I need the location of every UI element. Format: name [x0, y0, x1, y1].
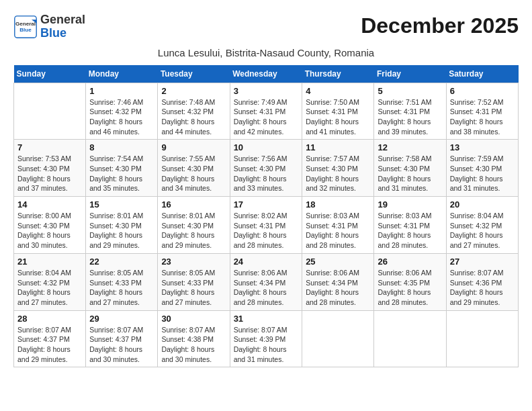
calendar-header-row: SundayMondayTuesdayWednesdayThursdayFrid… [14, 65, 519, 83]
day-info: Sunrise: 8:07 AM Sunset: 4:37 PM Dayligh… [17, 325, 82, 365]
calendar-cell: 2Sunrise: 7:48 AM Sunset: 4:32 PM Daylig… [158, 83, 230, 140]
day-number: 16 [161, 199, 226, 210]
weekday-header: Saturday [446, 65, 518, 83]
calendar-cell: 11Sunrise: 7:57 AM Sunset: 4:30 PM Dayli… [302, 140, 374, 197]
calendar-cell: 4Sunrise: 7:50 AM Sunset: 4:31 PM Daylig… [302, 83, 374, 140]
calendar-cell: 9Sunrise: 7:55 AM Sunset: 4:30 PM Daylig… [158, 140, 230, 197]
day-info: Sunrise: 7:46 AM Sunset: 4:32 PM Dayligh… [89, 97, 154, 137]
calendar-cell [374, 310, 446, 367]
calendar-cell: 21Sunrise: 8:04 AM Sunset: 4:32 PM Dayli… [14, 253, 86, 310]
calendar-cell: 27Sunrise: 8:07 AM Sunset: 4:36 PM Dayli… [446, 253, 518, 310]
day-info: Sunrise: 7:57 AM Sunset: 4:30 PM Dayligh… [306, 154, 370, 193]
day-number: 29 [89, 314, 154, 324]
calendar-cell: 26Sunrise: 8:06 AM Sunset: 4:35 PM Dayli… [374, 253, 446, 310]
calendar-cell: 28Sunrise: 8:07 AM Sunset: 4:37 PM Dayli… [14, 310, 86, 367]
day-number: 9 [161, 142, 226, 152]
calendar-cell: 12Sunrise: 7:58 AM Sunset: 4:30 PM Dayli… [374, 140, 446, 197]
day-info: Sunrise: 7:52 AM Sunset: 4:31 PM Dayligh… [450, 97, 515, 137]
day-number: 7 [17, 142, 82, 152]
day-number: 30 [161, 314, 226, 324]
calendar-cell: 19Sunrise: 8:03 AM Sunset: 4:31 PM Dayli… [374, 197, 446, 254]
day-number: 20 [450, 199, 515, 210]
calendar-week-row: 14Sunrise: 8:00 AM Sunset: 4:30 PM Dayli… [14, 197, 519, 254]
day-number: 11 [306, 142, 370, 152]
day-number: 6 [450, 86, 515, 96]
calendar-week-row: 28Sunrise: 8:07 AM Sunset: 4:37 PM Dayli… [14, 310, 519, 367]
day-number: 13 [450, 142, 515, 152]
day-info: Sunrise: 7:48 AM Sunset: 4:32 PM Dayligh… [161, 97, 226, 137]
day-info: Sunrise: 8:03 AM Sunset: 4:31 PM Dayligh… [306, 211, 370, 250]
day-number: 22 [89, 257, 154, 267]
day-number: 23 [161, 257, 226, 267]
calendar-cell: 6Sunrise: 7:52 AM Sunset: 4:31 PM Daylig… [446, 83, 518, 140]
calendar-cell: 18Sunrise: 8:03 AM Sunset: 4:31 PM Dayli… [302, 197, 374, 254]
day-number: 19 [378, 199, 442, 210]
calendar-week-row: 1Sunrise: 7:46 AM Sunset: 4:32 PM Daylig… [14, 83, 519, 140]
day-info: Sunrise: 7:56 AM Sunset: 4:30 PM Dayligh… [234, 154, 299, 193]
location-title: Lunca Lesului, Bistrita-Nasaud County, R… [13, 47, 519, 58]
calendar-cell: 16Sunrise: 8:01 AM Sunset: 4:30 PM Dayli… [158, 197, 230, 254]
logo-general-text: General [40, 13, 85, 27]
day-number: 5 [378, 86, 442, 96]
day-info: Sunrise: 8:07 AM Sunset: 4:39 PM Dayligh… [234, 325, 299, 365]
day-number: 24 [234, 257, 299, 267]
day-info: Sunrise: 8:05 AM Sunset: 4:33 PM Dayligh… [161, 268, 226, 308]
day-number: 18 [306, 199, 370, 210]
day-number: 2 [161, 86, 226, 96]
calendar-cell: 1Sunrise: 7:46 AM Sunset: 4:32 PM Daylig… [86, 83, 158, 140]
weekday-header: Thursday [302, 65, 374, 83]
calendar-cell: 24Sunrise: 8:06 AM Sunset: 4:34 PM Dayli… [230, 253, 302, 310]
calendar-cell: 10Sunrise: 7:56 AM Sunset: 4:30 PM Dayli… [230, 140, 302, 197]
day-info: Sunrise: 7:54 AM Sunset: 4:30 PM Dayligh… [89, 154, 154, 193]
day-info: Sunrise: 7:55 AM Sunset: 4:30 PM Dayligh… [161, 154, 226, 193]
title-section: December 2025 [361, 13, 519, 38]
calendar-cell: 14Sunrise: 8:00 AM Sunset: 4:30 PM Dayli… [14, 197, 86, 254]
day-number: 14 [17, 199, 82, 210]
day-number: 4 [306, 86, 370, 96]
weekday-header: Monday [86, 65, 158, 83]
day-info: Sunrise: 8:05 AM Sunset: 4:33 PM Dayligh… [89, 268, 154, 308]
calendar-cell: 17Sunrise: 8:02 AM Sunset: 4:31 PM Dayli… [230, 197, 302, 254]
day-info: Sunrise: 8:01 AM Sunset: 4:30 PM Dayligh… [161, 211, 226, 250]
calendar-week-row: 21Sunrise: 8:04 AM Sunset: 4:32 PM Dayli… [14, 253, 519, 310]
month-title: December 2025 [361, 13, 519, 38]
day-info: Sunrise: 7:50 AM Sunset: 4:31 PM Dayligh… [306, 97, 370, 137]
day-number: 25 [306, 257, 370, 267]
day-info: Sunrise: 8:06 AM Sunset: 4:34 PM Dayligh… [234, 268, 299, 308]
day-number: 8 [89, 142, 154, 152]
calendar-cell: 22Sunrise: 8:05 AM Sunset: 4:33 PM Dayli… [86, 253, 158, 310]
calendar-cell: 3Sunrise: 7:49 AM Sunset: 4:31 PM Daylig… [230, 83, 302, 140]
calendar-cell: 29Sunrise: 8:07 AM Sunset: 4:37 PM Dayli… [86, 310, 158, 367]
calendar-cell [14, 83, 86, 140]
weekday-header: Sunday [14, 65, 86, 83]
calendar-cell: 20Sunrise: 8:04 AM Sunset: 4:32 PM Dayli… [446, 197, 518, 254]
day-info: Sunrise: 8:07 AM Sunset: 4:36 PM Dayligh… [450, 268, 515, 308]
day-info: Sunrise: 7:51 AM Sunset: 4:31 PM Dayligh… [378, 97, 442, 137]
day-info: Sunrise: 7:59 AM Sunset: 4:30 PM Dayligh… [450, 154, 515, 193]
day-info: Sunrise: 8:04 AM Sunset: 4:32 PM Dayligh… [450, 211, 515, 250]
day-info: Sunrise: 8:02 AM Sunset: 4:31 PM Dayligh… [234, 211, 299, 250]
logo-icon: General Blue [13, 15, 38, 39]
weekday-header: Tuesday [158, 65, 230, 83]
day-number: 28 [17, 314, 82, 324]
day-info: Sunrise: 8:04 AM Sunset: 4:32 PM Dayligh… [17, 268, 82, 308]
day-info: Sunrise: 7:53 AM Sunset: 4:30 PM Dayligh… [17, 154, 82, 193]
day-number: 3 [234, 86, 299, 96]
day-info: Sunrise: 8:06 AM Sunset: 4:35 PM Dayligh… [378, 268, 442, 308]
svg-text:General: General [15, 21, 36, 27]
day-number: 17 [234, 199, 299, 210]
calendar-cell: 30Sunrise: 8:07 AM Sunset: 4:38 PM Dayli… [158, 310, 230, 367]
calendar-cell: 23Sunrise: 8:05 AM Sunset: 4:33 PM Dayli… [158, 253, 230, 310]
day-number: 27 [450, 257, 515, 267]
calendar-cell: 7Sunrise: 7:53 AM Sunset: 4:30 PM Daylig… [14, 140, 86, 197]
calendar-cell: 13Sunrise: 7:59 AM Sunset: 4:30 PM Dayli… [446, 140, 518, 197]
calendar-cell: 25Sunrise: 8:06 AM Sunset: 4:34 PM Dayli… [302, 253, 374, 310]
day-info: Sunrise: 8:01 AM Sunset: 4:30 PM Dayligh… [89, 211, 154, 250]
calendar-cell: 8Sunrise: 7:54 AM Sunset: 4:30 PM Daylig… [86, 140, 158, 197]
day-info: Sunrise: 8:00 AM Sunset: 4:30 PM Dayligh… [17, 211, 82, 250]
calendar-cell: 15Sunrise: 8:01 AM Sunset: 4:30 PM Dayli… [86, 197, 158, 254]
calendar-table: SundayMondayTuesdayWednesdayThursdayFrid… [13, 65, 519, 368]
day-number: 10 [234, 142, 299, 152]
calendar-cell [302, 310, 374, 367]
calendar-cell: 31Sunrise: 8:07 AM Sunset: 4:39 PM Dayli… [230, 310, 302, 367]
